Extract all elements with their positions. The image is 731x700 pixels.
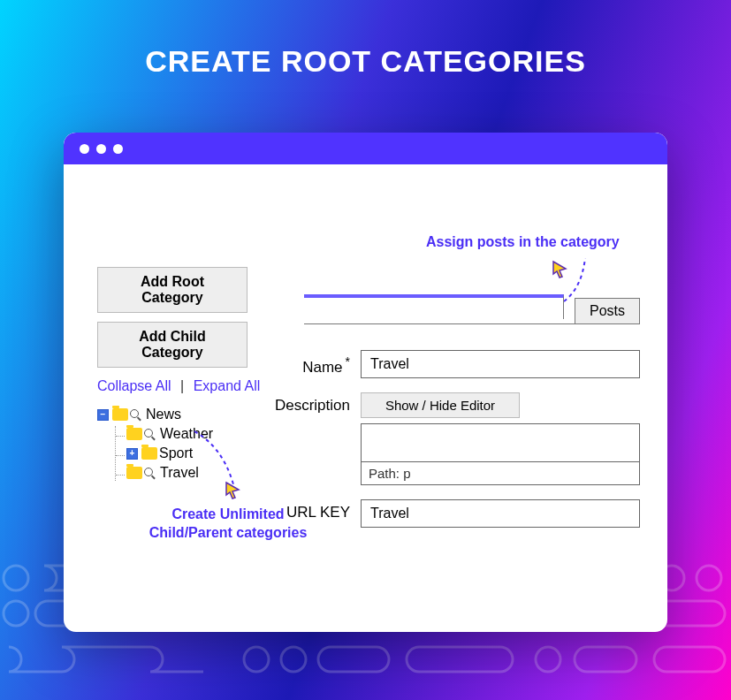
magnifier-icon [130, 409, 141, 421]
svg-marker-14 [226, 483, 239, 498]
url-key-input[interactable] [361, 499, 640, 528]
description-label: Description [255, 392, 361, 415]
folder-icon [126, 428, 142, 440]
add-child-category-button[interactable]: Add Child Category [97, 322, 247, 368]
tree-collapse-icon[interactable]: − [97, 409, 109, 421]
expand-all-link[interactable]: Expand All [194, 378, 261, 393]
tree-controls: Collapse All | Expand All [97, 378, 274, 394]
tab-posts[interactable]: Posts [575, 298, 640, 323]
tree-node-label: News [146, 407, 181, 422]
svg-point-4 [281, 647, 306, 672]
svg-rect-5 [318, 647, 389, 672]
svg-point-0 [4, 566, 28, 590]
collapse-all-link[interactable]: Collapse All [97, 378, 171, 393]
window-control-dot [96, 144, 106, 154]
name-label: Name* [255, 350, 361, 377]
tree-expand-icon[interactable]: + [126, 448, 138, 460]
editor-path-label: Path: p [362, 461, 639, 484]
category-form: Name* Description Show / Hide Editor Pat… [255, 350, 640, 542]
app-window: Assign posts in the category Add Root Ca… [64, 133, 667, 632]
folder-icon [112, 408, 128, 421]
window-control-dot [113, 144, 123, 154]
window-control-dot [80, 144, 89, 154]
svg-point-1 [4, 601, 28, 626]
url-key-label: URL KEY [255, 499, 361, 521]
svg-point-7 [536, 647, 560, 672]
description-editor[interactable]: Path: p [361, 423, 640, 485]
tab-strip: Posts [304, 298, 640, 324]
folder-icon [126, 467, 142, 479]
svg-rect-8 [575, 647, 636, 672]
page-title: CREATE ROOT CATEGORIES [0, 0, 731, 79]
separator: | [180, 378, 184, 393]
name-input[interactable] [361, 350, 640, 378]
cursor-pointer-icon [550, 260, 569, 279]
tree-node-news[interactable]: − News [97, 407, 274, 422]
add-root-category-button[interactable]: Add Root Category [97, 267, 247, 313]
svg-point-3 [244, 647, 269, 672]
toggle-editor-button[interactable]: Show / Hide Editor [361, 392, 520, 418]
magnifier-icon [144, 429, 156, 440]
magnifier-icon [144, 468, 156, 479]
window-titlebar [64, 133, 667, 164]
required-mark: * [346, 354, 350, 369]
svg-point-11 [697, 566, 721, 590]
svg-rect-9 [654, 647, 725, 672]
tab-active[interactable] [304, 294, 564, 319]
svg-rect-6 [407, 647, 513, 672]
folder-icon [141, 447, 157, 460]
annotation-assign-posts: Assign posts in the category [426, 233, 620, 252]
svg-marker-13 [553, 262, 566, 278]
cursor-pointer-icon [223, 481, 242, 500]
